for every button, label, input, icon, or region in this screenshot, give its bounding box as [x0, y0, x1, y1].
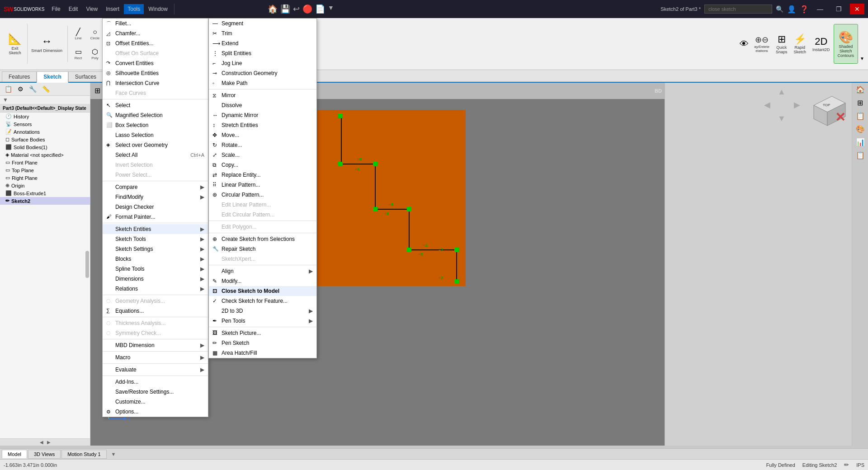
menu-design-checker[interactable]: Design Checker — [103, 202, 208, 212]
submenu-mirror[interactable]: ⧖ Mirror — [209, 90, 316, 100]
submenu-split-entities[interactable]: ⋮ Split Entities — [209, 48, 316, 58]
restore-btn[interactable]: ❐ — [831, 4, 846, 14]
menu-invert-sel[interactable]: Invert Selection — [103, 160, 208, 170]
view-3d-side-icon[interactable]: 🏠 — [855, 85, 866, 95]
submenu-jog-line[interactable]: ⌐ Jog Line — [209, 58, 316, 68]
close-btn[interactable]: ✕ — [850, 4, 864, 14]
line-btn[interactable]: ╱ Line — [70, 24, 86, 43]
panel-icon-2[interactable]: 🎨 — [855, 124, 866, 134]
submenu-linear-pattern[interactable]: ⠿ Linear Pattern... — [209, 180, 316, 190]
menu-window[interactable]: Window — [145, 4, 171, 14]
menu-options[interactable]: ⚙ Options... — [103, 407, 208, 417]
menu-fillet[interactable]: ⌒ Fillet... — [103, 19, 208, 28]
menu-geometry-analysis[interactable]: ◌ Geometry Analysis... — [103, 296, 208, 306]
tab-add-btn[interactable]: ▼ — [108, 450, 120, 458]
menu-save-restore[interactable]: Save/Restore Settings... — [103, 387, 208, 397]
tab-features[interactable]: Features — [2, 71, 37, 82]
submenu-move[interactable]: ✥ Move... — [209, 130, 316, 140]
undo-icon[interactable]: ↩ — [293, 4, 300, 14]
submenu-stretch[interactable]: ↕ Stretch Entities — [209, 120, 316, 130]
bottom-tab-model[interactable]: Model — [2, 450, 27, 458]
menu-offset-surface[interactable]: Offset On Surface — [103, 48, 208, 58]
menu-face-curves[interactable]: Face Curves — [103, 88, 208, 98]
tree-item-annotations[interactable]: 📝 Annotations — [0, 128, 90, 136]
submenu-rotate[interactable]: ↻ Rotate... — [209, 140, 316, 150]
menu-format-painter[interactable]: 🖌 Format Painter... — [103, 212, 208, 222]
menu-thickness[interactable]: ◌ Thickness Analysis... — [103, 318, 208, 328]
submenu-edit-polygon[interactable]: Edit Polygon... — [209, 222, 316, 232]
menu-silhouette[interactable]: ◎ Silhouette Entities — [103, 68, 208, 78]
tree-item-front-plane[interactable]: ▭ Front Plane — [0, 159, 90, 166]
feature-manager-icon[interactable]: 📋 — [3, 85, 14, 94]
submenu-dissolve[interactable]: Dissolve — [209, 100, 316, 110]
dim-expert-icon[interactable]: 📏 — [40, 85, 52, 94]
smart-dim-btn[interactable]: ↔ Smart Dimension — [28, 24, 66, 64]
menu-addins[interactable]: Add-Ins... — [103, 377, 208, 387]
polygon-btn[interactable]: ⬡ Poly — [87, 44, 103, 63]
menu-intersection[interactable]: ⋂ Intersection Curve — [103, 78, 208, 88]
menu-magnified-sel[interactable]: 🔍 Magnified Selection — [103, 110, 208, 120]
menu-blocks[interactable]: Blocks ▶ — [103, 254, 208, 264]
rebuild-icon[interactable]: 🔴 — [302, 4, 312, 14]
menu-spline-tools[interactable]: Spline Tools ▶ — [103, 264, 208, 274]
menu-symmetry[interactable]: ◌ Symmetry Check... — [103, 328, 208, 338]
tree-item-solid-bodies[interactable]: ⬛ Solid Bodies(1) — [0, 143, 90, 151]
bottom-tab-motion[interactable]: Motion Study 1 — [61, 450, 106, 459]
file-icon[interactable]: 📄 — [315, 4, 325, 14]
view-orient-side-icon[interactable]: ⊞ — [856, 98, 864, 108]
menu-customize[interactable]: Customize... — [103, 397, 208, 407]
submenu-close-sketch-model[interactable]: ⊡ Close Sketch to Model — [209, 286, 316, 296]
shaded-sketch-btn[interactable]: 🎨 Shaded Sketch Contours — [834, 24, 859, 64]
menu-mbd-dimension[interactable]: MBD Dimension ▶ — [103, 340, 208, 350]
submenu-edit-linear[interactable]: Edit Linear Pattern... — [209, 200, 316, 210]
home-icon[interactable]: 🏠 — [268, 4, 278, 14]
dropdown-arrow[interactable]: ▼ — [328, 4, 334, 14]
tree-item-right-plane[interactable]: ▭ Right Plane — [0, 174, 90, 182]
submenu-circular-pattern[interactable]: ⊛ Circular Pattern... — [209, 190, 316, 200]
submenu-edit-circular[interactable]: Edit Circular Pattern... — [209, 210, 316, 220]
menu-view[interactable]: View — [82, 4, 101, 14]
tree-item-material[interactable]: ◈ Material <not specified> — [0, 151, 90, 159]
rect-btn[interactable]: ▭ Rect — [70, 44, 86, 63]
menu-find-modify[interactable]: Find/Modify ▶ — [103, 192, 208, 202]
tree-item-history[interactable]: 🕐 History — [0, 113, 90, 120]
toolbar-dropdown[interactable]: ▼ — [859, 55, 865, 62]
menu-select-geometry[interactable]: ◈ Select over Geometry — [103, 140, 208, 150]
submenu-segment[interactable]: — Segment — [209, 19, 316, 28]
submenu-sketchxpert[interactable]: SketchXpert... — [209, 254, 316, 264]
minimize-btn[interactable]: — — [812, 4, 828, 14]
menu-equations[interactable]: ∑ Equations... — [103, 306, 208, 316]
tab-surfaces[interactable]: Surfaces — [68, 71, 103, 82]
display-options-btn[interactable]: 👁 — [738, 37, 750, 51]
menu-macro[interactable]: Macro ▶ — [103, 352, 208, 362]
tree-item-surface-bodies[interactable]: ◻ Surface Bodies — [0, 136, 90, 143]
submenu-scale[interactable]: ⤢ Scale... — [209, 150, 316, 160]
panel-icon-3[interactable]: 📊 — [855, 137, 866, 147]
scroll-right[interactable]: ▶ — [45, 440, 52, 445]
tree-item-sensors[interactable]: 📡 Sensors — [0, 120, 90, 128]
menu-chamfer[interactable]: ◿ Chamfer... — [103, 28, 208, 38]
tree-item-top-plane[interactable]: ▭ Top Plane — [0, 166, 90, 174]
menu-evaluate[interactable]: Evaluate ▶ — [103, 365, 208, 375]
exit-sketch-btn[interactable]: 📐 Exit Sketch — [3, 24, 28, 64]
nav-up[interactable]: ▲ — [778, 87, 786, 97]
scroll-left[interactable]: ◀ — [38, 440, 45, 445]
menu-lasso-sel[interactable]: Lasso Selection — [103, 130, 208, 140]
submenu-pen-sketch[interactable]: ✏ Pen Sketch — [209, 338, 316, 348]
search-input[interactable] — [704, 5, 772, 14]
submenu-create-sketch-sel[interactable]: ⊕ Create Sketch from Selections — [209, 234, 316, 244]
instant2d-btn[interactable]: 2D Instant2D — [810, 26, 833, 62]
submenu-extend[interactable]: ⟶ Extend — [209, 38, 316, 48]
menu-file[interactable]: File — [48, 4, 64, 14]
submenu-area-hatch[interactable]: ▦ Area Hatch/Fill — [209, 348, 316, 358]
submenu-repair-sketch[interactable]: 🔧 Repair Sketch — [209, 244, 316, 254]
tree-item-sketch2[interactable]: ✏ Sketch2 — [0, 197, 90, 205]
quick-snaps-btn[interactable]: ⊞ Quick Snaps — [773, 26, 790, 62]
nav-right[interactable]: ▶ — [794, 100, 800, 110]
search-icon[interactable]: 🔍 — [776, 5, 783, 13]
bottom-tab-3dviews[interactable]: 3D Views — [28, 450, 61, 459]
submenu-check-sketch[interactable]: ✓ Check Sketch for Feature... — [209, 296, 316, 306]
submenu-replace-entity[interactable]: ⇄ Replace Entity... — [209, 170, 316, 180]
submenu-trim[interactable]: ✂ Trim — [209, 28, 316, 38]
menu-tools[interactable]: Tools — [124, 4, 144, 14]
